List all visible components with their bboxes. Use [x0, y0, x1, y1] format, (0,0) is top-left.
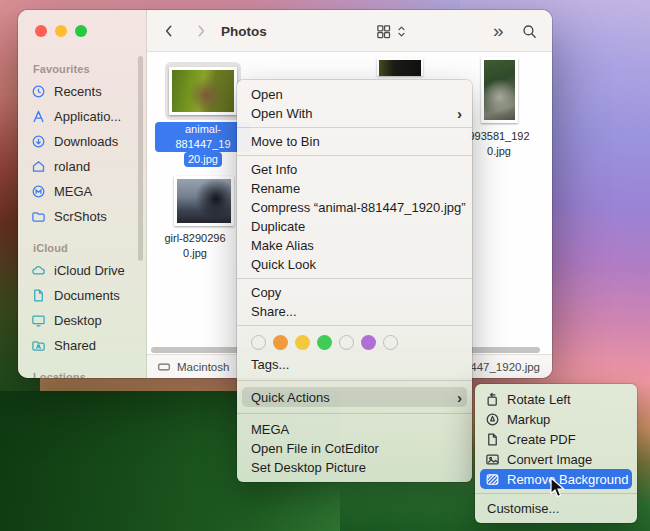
menu-item-share[interactable]: Share...: [237, 302, 472, 321]
sidebar-item-scrshots[interactable]: ScrShots: [31, 204, 146, 229]
file-thumbnail-animal[interactable]: [169, 67, 237, 115]
menu-separator: [237, 413, 472, 414]
submenu-arrow-icon: ›: [457, 106, 462, 121]
submenu-item-convert-image[interactable]: Convert Image: [475, 449, 637, 469]
sidebar-scrollbar[interactable]: [138, 56, 143, 261]
mouse-cursor: [550, 477, 566, 499]
chevron-left-icon: [161, 23, 177, 39]
file-label-line: 20.jpg: [184, 152, 222, 167]
menu-item-copy[interactable]: Copy: [237, 283, 472, 302]
file-label-line: 0.jpg: [183, 247, 207, 259]
submenu-item-create-pdf[interactable]: Create PDF: [475, 429, 637, 449]
menu-item-open[interactable]: Open: [237, 85, 472, 104]
sidebar-item-label: ScrShots: [54, 209, 107, 224]
menu-item-set-desktop-picture[interactable]: Set Desktop Picture: [237, 458, 472, 477]
window-title: Photos: [221, 10, 267, 52]
close-button[interactable]: [35, 25, 47, 37]
sidebar-item-label: Applicatio...: [54, 109, 121, 124]
tag-circle-1[interactable]: [273, 335, 288, 350]
clock-icon: [31, 84, 46, 99]
view-options-button[interactable]: [375, 10, 407, 52]
menu-separator: [237, 127, 472, 128]
tag-circle-2[interactable]: [295, 335, 310, 350]
animal-photo: [172, 70, 234, 112]
file-thumbnail-girl[interactable]: [174, 176, 234, 226]
tag-circle-3[interactable]: [317, 335, 332, 350]
file-thumbnail-cat[interactable]: [481, 57, 518, 123]
rotate-left-icon: [485, 392, 500, 407]
sidebar-item-shared[interactable]: Shared: [31, 333, 146, 358]
sidebar-item-documents[interactable]: Documents: [31, 283, 146, 308]
tag-circle-6[interactable]: [383, 335, 398, 350]
back-button[interactable]: [161, 10, 177, 52]
menu-separator: [237, 155, 472, 156]
file-label-line: 993581_192: [468, 130, 529, 142]
sidebar-item-label: MEGA: [54, 184, 92, 199]
partial-photo: [379, 60, 421, 76]
sidebar-section-favourites: Favourites: [33, 63, 146, 75]
remove-background-icon: [485, 472, 500, 487]
menu-item-make-alias[interactable]: Make Alias: [237, 236, 472, 255]
sidebar-item-desktop[interactable]: Desktop: [31, 308, 146, 333]
zoom-button[interactable]: [75, 25, 87, 37]
sidebar-item-label: iCloud Drive: [54, 263, 125, 278]
file-thumbnail-partial[interactable]: [377, 58, 423, 76]
menu-separator: [237, 325, 472, 326]
applications-icon: [31, 109, 46, 124]
sidebar: Favourites Recents Applicatio... Downloa…: [18, 10, 147, 378]
menu-item-tags[interactable]: Tags...: [237, 355, 472, 374]
cat-photo: [484, 60, 515, 120]
path-bar-volume[interactable]: Macintosh: [177, 361, 229, 373]
search-icon: [521, 23, 538, 40]
path-bar-filename[interactable]: 447_1920.jpg: [470, 361, 540, 373]
markup-icon: [485, 412, 500, 427]
menu-item-open-in-coteditor[interactable]: Open File in CotEditor: [237, 439, 472, 458]
sidebar-item-home[interactable]: roland: [31, 154, 146, 179]
sidebar-item-applications[interactable]: Applicatio...: [31, 104, 146, 129]
shared-folder-icon: [31, 338, 46, 353]
menu-item-move-to-bin[interactable]: Move to Bin: [237, 132, 472, 151]
downloads-icon: [31, 134, 46, 149]
tag-circle-0[interactable]: [251, 335, 266, 350]
sidebar-item-label: Desktop: [54, 313, 102, 328]
search-button[interactable]: [521, 10, 538, 52]
toolbar-overflow-button[interactable]: »: [493, 10, 504, 52]
menu-item-duplicate[interactable]: Duplicate: [237, 217, 472, 236]
desktop-icon: [31, 313, 46, 328]
menu-separator: [237, 278, 472, 279]
chevron-up-down-icon: [396, 24, 407, 39]
menu-item-quick-actions[interactable]: Quick Actions›: [242, 387, 467, 407]
sidebar-item-label: roland: [54, 159, 90, 174]
file-label-line: 0.jpg: [487, 145, 511, 157]
sidebar-item-mega[interactable]: MEGA: [31, 179, 146, 204]
sidebar-section-icloud: iCloud: [33, 242, 146, 254]
mega-icon: [31, 184, 46, 199]
menu-item-quick-look[interactable]: Quick Look: [237, 255, 472, 274]
window-controls: [35, 25, 87, 37]
convert-image-icon: [485, 452, 500, 467]
submenu-item-markup[interactable]: Markup: [475, 409, 637, 429]
tag-circle-4[interactable]: [339, 335, 354, 350]
sidebar-item-icloud-drive[interactable]: iCloud Drive: [31, 258, 146, 283]
minimize-button[interactable]: [55, 25, 67, 37]
hard-drive-icon: [157, 360, 171, 374]
forward-button[interactable]: [193, 10, 209, 52]
submenu-item-rotate-left[interactable]: Rotate Left: [475, 389, 637, 409]
selected-file-tile[interactable]: [165, 62, 241, 120]
tag-circle-5[interactable]: [361, 335, 376, 350]
menu-item-mega[interactable]: MEGA: [237, 420, 472, 439]
file-label-girl[interactable]: girl-8290296 0.jpg: [150, 231, 240, 261]
sidebar-item-downloads[interactable]: Downloads: [31, 129, 146, 154]
sidebar-item-recents[interactable]: Recents: [31, 79, 146, 104]
menu-item-compress[interactable]: Compress “animal-881447_1920.jpg”: [237, 198, 472, 217]
menu-item-open-with[interactable]: Open With›: [237, 104, 472, 123]
submenu-item-customise[interactable]: Customise...: [475, 498, 637, 518]
quick-actions-submenu: Rotate Left Markup Create PDF Convert Im…: [475, 384, 637, 523]
cloud-icon: [31, 263, 46, 278]
menu-item-rename[interactable]: Rename: [237, 179, 472, 198]
context-menu: Open Open With› Move to Bin Get Info Ren…: [237, 80, 472, 482]
menu-item-get-info[interactable]: Get Info: [237, 160, 472, 179]
sidebar-item-label: Documents: [54, 288, 120, 303]
tag-colors-row: [237, 330, 472, 355]
create-pdf-icon: [485, 432, 500, 447]
